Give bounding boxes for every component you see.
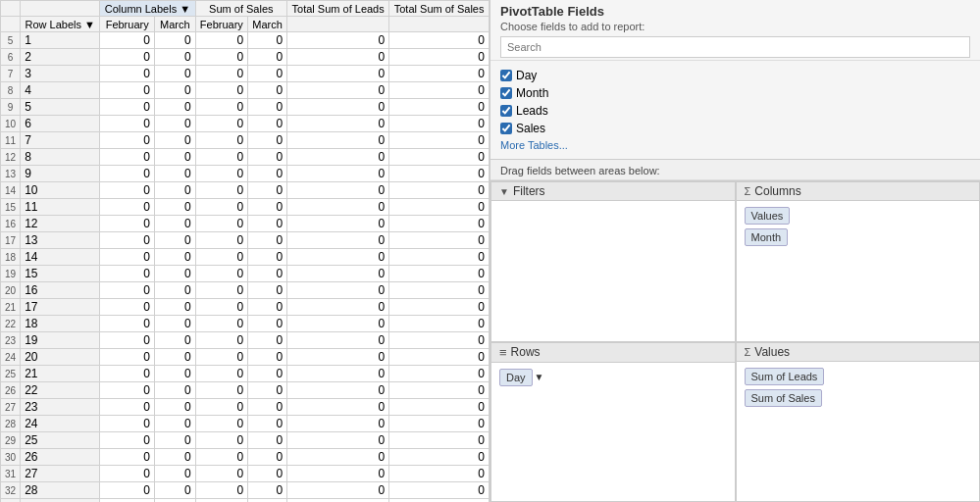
pivot-table-scroll[interactable]: Column Labels ▼ Sum of Sales Total Sum o… [0, 0, 490, 502]
row-label-10: 10 [21, 182, 100, 199]
row-label-26: 26 [21, 449, 100, 466]
cell-25-5: 0 [389, 432, 490, 449]
row-num-22: 22 [1, 316, 21, 332]
field-checkbox-day[interactable] [500, 70, 512, 81]
cell-24-5: 0 [389, 416, 490, 432]
cell-28-0: 0 [100, 482, 155, 499]
filters-box[interactable]: Filters [490, 181, 736, 342]
row-label-12: 12 [21, 216, 100, 232]
cell-19-3: 0 [248, 332, 287, 349]
cell-4-2: 0 [195, 82, 248, 99]
cell-15-3: 0 [248, 266, 287, 282]
header-feb-sales: February [195, 17, 248, 32]
cell-6-3: 0 [248, 116, 287, 132]
cell-5-1: 0 [155, 99, 196, 116]
header-row-labels[interactable]: Row Labels ▼ [21, 17, 100, 32]
cell-3-3: 0 [248, 66, 287, 82]
row-num-13: 13 [1, 166, 21, 182]
cell-20-4: 0 [287, 349, 389, 366]
cell-9-4: 0 [287, 166, 389, 182]
row-label-2: 2 [21, 49, 100, 66]
cell-25-0: 0 [100, 432, 155, 449]
cell-17-2: 0 [195, 299, 248, 316]
cell-8-2: 0 [195, 149, 248, 166]
cell-22-1: 0 [155, 382, 196, 399]
row-label-3: 3 [21, 66, 100, 82]
row-num-16: 16 [1, 216, 21, 232]
cell-2-1: 0 [155, 49, 196, 66]
row-num-20: 20 [1, 282, 21, 299]
cell-23-5: 0 [389, 399, 490, 416]
cell-24-3: 0 [248, 416, 287, 432]
cell-1-1: 0 [155, 32, 196, 49]
values-chip-sales[interactable]: Sum of Sales [745, 389, 822, 407]
cell-10-2: 0 [195, 182, 248, 199]
cell-14-4: 0 [287, 249, 389, 266]
cell-21-2: 0 [195, 366, 248, 382]
cell-23-0: 0 [100, 399, 155, 416]
more-tables-link[interactable]: More Tables... [500, 137, 970, 153]
field-checkbox-sales[interactable] [500, 123, 512, 134]
row-label-11: 11 [21, 199, 100, 216]
rows-box[interactable]: Rows Day ▼ [490, 342, 736, 503]
cell-28-1: 0 [155, 482, 196, 499]
values-box[interactable]: Values Sum of Leads Sum of Sales [736, 342, 981, 503]
header-mar-sales: March [248, 17, 287, 32]
values-chip-leads[interactable]: Sum of Leads [745, 368, 825, 385]
row-num-9: 9 [1, 99, 21, 116]
cell-12-3: 0 [248, 216, 287, 232]
cell-10-0: 0 [100, 182, 155, 199]
cell-7-3: 0 [248, 132, 287, 149]
header-col-labels[interactable]: Column Labels ▼ [100, 1, 195, 17]
cell-27-2: 0 [195, 466, 248, 482]
row-label-5: 5 [21, 99, 100, 116]
cell-28-4: 0 [287, 482, 389, 499]
cell-10-1: 0 [155, 182, 196, 199]
cell-16-5: 0 [389, 282, 490, 299]
cell-29-4: 0 [287, 499, 389, 503]
cell-18-4: 0 [287, 316, 389, 332]
columns-chip-values[interactable]: Values [745, 207, 791, 225]
cell-21-5: 0 [389, 366, 490, 382]
columns-chip-month[interactable]: Month [745, 228, 789, 246]
filters-header: Filters [491, 182, 735, 201]
columns-content: Values Month [737, 201, 980, 341]
cell-21-1: 0 [155, 366, 196, 382]
cell-25-3: 0 [248, 432, 287, 449]
cell-16-2: 0 [195, 282, 248, 299]
cell-29-1: 0 [155, 499, 196, 503]
rows-dropdown-icon[interactable]: ▼ [535, 372, 544, 382]
pivot-title: PivotTable Fields [500, 4, 970, 19]
cell-2-3: 0 [248, 49, 287, 66]
rows-chip-day[interactable]: Day [499, 369, 533, 386]
field-checkbox-leads[interactable] [500, 105, 512, 117]
pivot-table: Column Labels ▼ Sum of Sales Total Sum o… [0, 0, 490, 502]
cell-12-0: 0 [100, 216, 155, 232]
row-num-23: 23 [1, 332, 21, 349]
cell-22-0: 0 [100, 382, 155, 399]
cell-25-2: 0 [195, 432, 248, 449]
cell-14-3: 0 [248, 249, 287, 266]
row-num-11: 11 [1, 132, 21, 149]
row-label-18: 18 [21, 316, 100, 332]
columns-box[interactable]: Columns Values Month [736, 181, 981, 342]
cell-27-1: 0 [155, 466, 196, 482]
field-checkbox-month[interactable] [500, 87, 512, 99]
cell-3-5: 0 [389, 66, 490, 82]
cell-6-2: 0 [195, 116, 248, 132]
row-num-5: 5 [1, 32, 21, 49]
cell-5-5: 0 [389, 99, 490, 116]
search-input[interactable] [500, 36, 970, 58]
cell-11-1: 0 [155, 199, 196, 216]
cell-24-2: 0 [195, 416, 248, 432]
cell-25-4: 0 [287, 432, 389, 449]
cell-27-3: 0 [248, 466, 287, 482]
cell-29-5: 0 [389, 499, 490, 503]
row-num-8: 8 [1, 82, 21, 99]
field-label-leads: Leads [516, 104, 548, 118]
row-num-19: 19 [1, 266, 21, 282]
cell-26-3: 0 [248, 449, 287, 466]
cell-24-1: 0 [155, 416, 196, 432]
rows-header: Rows [491, 343, 735, 363]
cell-1-0: 0 [100, 32, 155, 49]
